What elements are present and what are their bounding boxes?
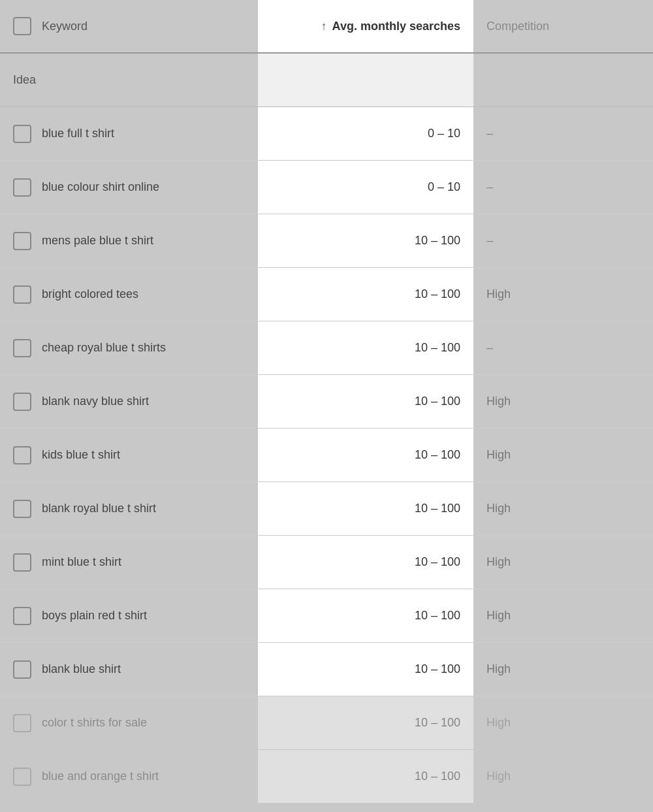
row-competition-value-8: High bbox=[486, 502, 511, 515]
row-competition-value-6: High bbox=[486, 395, 511, 408]
row-competition-value-10: High bbox=[486, 609, 511, 623]
row-competition-cell-13: High bbox=[473, 750, 653, 803]
row-searches-value-4: 10 – 100 bbox=[415, 287, 460, 301]
row-searches-cell-4: 10 – 100 bbox=[258, 268, 473, 321]
competition-column-label: Competition bbox=[486, 20, 549, 33]
row-searches-cell-9: 10 – 100 bbox=[258, 536, 473, 589]
searches-column-label: Avg. monthly searches bbox=[332, 20, 460, 33]
row-searches-value-7: 10 – 100 bbox=[415, 448, 460, 462]
table-row: blue colour shirt online 0 – 10 – bbox=[0, 161, 653, 214]
row-competition-cell-5: – bbox=[473, 321, 653, 374]
sort-arrow-icon[interactable]: ↑ bbox=[321, 20, 327, 33]
row-competition-cell-7: High bbox=[473, 429, 653, 481]
row-keyword-cell-12: color t shirts for sale bbox=[0, 696, 258, 749]
row-checkbox-10[interactable] bbox=[13, 607, 31, 625]
row-keyword-text-2: blue colour shirt online bbox=[42, 180, 159, 194]
row-competition-value-12: High bbox=[486, 716, 511, 730]
row-keyword-text-3: mens pale blue t shirt bbox=[42, 234, 153, 248]
row-searches-cell-5: 10 – 100 bbox=[258, 321, 473, 374]
row-keyword-cell-7: kids blue t shirt bbox=[0, 429, 258, 481]
row-keyword-cell-9: mint blue t shirt bbox=[0, 536, 258, 589]
row-keyword-text-11: blank blue shirt bbox=[42, 662, 121, 676]
row-competition-cell-9: High bbox=[473, 536, 653, 589]
row-searches-cell-3: 10 – 100 bbox=[258, 214, 473, 267]
row-competition-value-11: High bbox=[486, 662, 511, 676]
row-searches-value-1: 0 – 10 bbox=[428, 127, 460, 140]
row-keyword-text-5: cheap royal blue t shirts bbox=[42, 341, 166, 355]
table-row: blank blue shirt 10 – 100 High bbox=[0, 643, 653, 696]
row-checkbox-6[interactable] bbox=[13, 393, 31, 411]
row-checkbox-11[interactable] bbox=[13, 660, 31, 679]
row-keyword-cell-3: mens pale blue t shirt bbox=[0, 214, 258, 267]
row-searches-cell-13: 10 – 100 bbox=[258, 750, 473, 803]
row-keyword-cell-4: bright colored tees bbox=[0, 268, 258, 321]
row-competition-cell-6: High bbox=[473, 375, 653, 428]
row-keyword-text-8: blank royal blue t shirt bbox=[42, 502, 156, 515]
header-searches-cell: ↑ Avg. monthly searches bbox=[258, 0, 473, 52]
table-row: bright colored tees 10 – 100 High bbox=[0, 268, 653, 321]
row-keyword-cell-5: cheap royal blue t shirts bbox=[0, 321, 258, 374]
row-searches-value-11: 10 – 100 bbox=[415, 662, 460, 676]
table-row: blue and orange t shirt 10 – 100 High bbox=[0, 750, 653, 804]
row-competition-value-3: – bbox=[486, 234, 493, 248]
select-all-checkbox[interactable] bbox=[13, 17, 31, 35]
row-searches-value-3: 10 – 100 bbox=[415, 234, 460, 248]
table-row: cheap royal blue t shirts 10 – 100 – bbox=[0, 321, 653, 375]
row-competition-value-9: High bbox=[486, 555, 511, 569]
header-competition-cell: Competition bbox=[473, 20, 653, 33]
row-keyword-text-1: blue full t shirt bbox=[42, 127, 114, 140]
row-checkbox-1[interactable] bbox=[13, 125, 31, 143]
row-competition-cell-10: High bbox=[473, 589, 653, 642]
row-competition-cell-12: High bbox=[473, 696, 653, 749]
row-competition-value-2: – bbox=[486, 180, 493, 194]
row-checkbox-13[interactable] bbox=[13, 768, 31, 786]
row-checkbox-5[interactable] bbox=[13, 339, 31, 357]
row-keyword-text-6: blank navy blue shirt bbox=[42, 395, 149, 408]
row-checkbox-12[interactable] bbox=[13, 714, 31, 732]
row-searches-cell-10: 10 – 100 bbox=[258, 589, 473, 642]
row-keyword-cell-6: blank navy blue shirt bbox=[0, 375, 258, 428]
row-searches-cell-2: 0 – 10 bbox=[258, 161, 473, 214]
row-searches-value-9: 10 – 100 bbox=[415, 555, 460, 569]
row-searches-value-8: 10 – 100 bbox=[415, 502, 460, 515]
row-searches-value-6: 10 – 100 bbox=[415, 395, 460, 408]
section-keyword-cell: Idea bbox=[0, 73, 258, 87]
section-competition-cell bbox=[473, 54, 653, 106]
row-competition-cell-4: High bbox=[473, 268, 653, 321]
row-competition-value-1: – bbox=[486, 127, 493, 140]
row-competition-cell-2: – bbox=[473, 161, 653, 214]
row-checkbox-8[interactable] bbox=[13, 500, 31, 518]
row-searches-value-5: 10 – 100 bbox=[415, 341, 460, 355]
row-checkbox-3[interactable] bbox=[13, 232, 31, 250]
row-checkbox-2[interactable] bbox=[13, 178, 31, 197]
section-header-row: Idea bbox=[0, 54, 653, 107]
row-competition-cell-8: High bbox=[473, 482, 653, 535]
row-searches-cell-12: 10 – 100 bbox=[258, 696, 473, 749]
row-checkbox-9[interactable] bbox=[13, 553, 31, 572]
row-searches-cell-8: 10 – 100 bbox=[258, 482, 473, 535]
table-body: blue full t shirt 0 – 10 – blue colour s… bbox=[0, 107, 653, 804]
row-searches-cell-7: 10 – 100 bbox=[258, 429, 473, 481]
row-competition-cell-11: High bbox=[473, 643, 653, 696]
row-keyword-text-4: bright colored tees bbox=[42, 287, 138, 301]
row-searches-cell-11: 10 – 100 bbox=[258, 643, 473, 696]
table-header: Keyword ↑ Avg. monthly searches Competit… bbox=[0, 0, 653, 54]
row-keyword-cell-10: boys plain red t shirt bbox=[0, 589, 258, 642]
table-row: kids blue t shirt 10 – 100 High bbox=[0, 429, 653, 482]
row-checkbox-7[interactable] bbox=[13, 446, 31, 464]
table-row: blue full t shirt 0 – 10 – bbox=[0, 107, 653, 161]
row-keyword-text-12: color t shirts for sale bbox=[42, 716, 147, 730]
table-row: mens pale blue t shirt 10 – 100 – bbox=[0, 214, 653, 268]
row-searches-value-12: 10 – 100 bbox=[415, 716, 460, 730]
row-competition-value-7: High bbox=[486, 448, 511, 462]
section-label: Idea bbox=[13, 73, 36, 86]
row-keyword-text-7: kids blue t shirt bbox=[42, 448, 120, 462]
row-searches-cell-6: 10 – 100 bbox=[258, 375, 473, 428]
table-row: blank royal blue t shirt 10 – 100 High bbox=[0, 482, 653, 536]
row-checkbox-4[interactable] bbox=[13, 285, 31, 304]
section-searches-cell bbox=[258, 54, 473, 106]
keyword-column-label: Keyword bbox=[42, 20, 88, 33]
row-searches-value-10: 10 – 100 bbox=[415, 609, 460, 623]
row-keyword-cell-2: blue colour shirt online bbox=[0, 161, 258, 214]
header-keyword-cell: Keyword bbox=[0, 17, 258, 35]
